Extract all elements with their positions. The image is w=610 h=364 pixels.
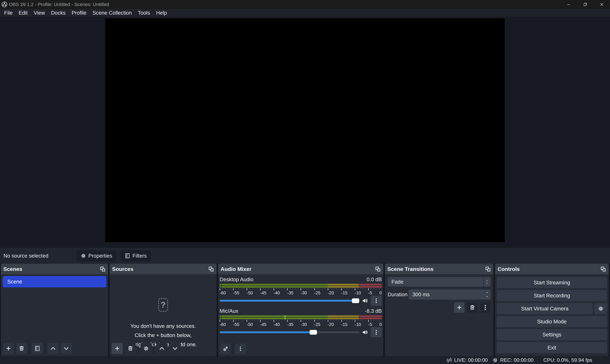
studio-mode-button[interactable]: Studio Mode — [497, 316, 607, 327]
audio-mixer-title: Audio Mixer — [221, 266, 251, 272]
remove-transition-button[interactable] — [467, 302, 478, 313]
db-scale-label: -20 — [328, 291, 334, 295]
db-scale-ticks — [220, 320, 382, 322]
mixer-menu-button[interactable] — [235, 344, 246, 354]
properties-button[interactable]: Properties — [76, 250, 116, 261]
menu-item[interactable]: File — [1, 9, 15, 17]
popout-icon[interactable] — [485, 266, 491, 272]
source-move-up-button[interactable] — [156, 343, 167, 354]
db-scale-label: -10 — [355, 291, 361, 295]
menu-item[interactable]: Docks — [48, 9, 69, 17]
channel-menu-button[interactable] — [371, 296, 382, 306]
scenes-toolbar — [3, 343, 72, 354]
filter-icon — [125, 253, 131, 259]
duration-spinbox[interactable]: 300 ms — [409, 289, 491, 299]
channel-db-value: 0.0 dB — [367, 276, 382, 283]
window-title: OBS 29.1.2 - Profile: Untitled - Scenes:… — [9, 2, 109, 7]
start-recording-button[interactable]: Start Recording — [497, 290, 607, 301]
db-scale-label: -55 — [233, 322, 239, 327]
db-scale-label: -40 — [274, 291, 280, 295]
meter-bar — [220, 315, 382, 317]
chevron-down-icon — [485, 295, 489, 298]
close-button[interactable] — [594, 0, 610, 9]
plus-icon — [456, 304, 462, 311]
db-scale-label: 0 — [379, 291, 382, 295]
audio-mixer-toolbar — [220, 344, 246, 354]
volume-slider-handle[interactable] — [352, 298, 359, 303]
menu-item[interactable]: Edit — [15, 9, 31, 17]
start-streaming-button[interactable]: Start Streaming — [497, 277, 607, 288]
volume-meter — [220, 315, 382, 319]
filters-button[interactable]: Filters — [120, 250, 151, 261]
db-scale-label: -60 — [220, 322, 226, 327]
menu-item[interactable]: View — [31, 9, 48, 17]
volume-slider[interactable] — [220, 300, 359, 302]
controls-panel: Controls Start Streaming Start Recording… — [495, 264, 609, 356]
popout-icon[interactable] — [208, 266, 214, 272]
rec-status: REC: 00:00:00 — [492, 357, 533, 364]
scene-list-item[interactable]: Scene — [2, 276, 106, 287]
transition-menu-button[interactable] — [480, 302, 491, 313]
scene-transitions-panel: Scene Transitions Fade Duration 300 ms — [385, 264, 493, 356]
menu-item[interactable]: Scene Collection — [89, 9, 135, 17]
menu-item[interactable]: Profile — [69, 9, 90, 17]
source-move-down-button[interactable] — [169, 343, 180, 354]
popout-icon[interactable] — [99, 266, 106, 272]
remove-source-button[interactable] — [125, 343, 136, 354]
chevron-up-icon — [485, 279, 489, 282]
db-scale-label: -55 — [233, 291, 239, 295]
advanced-audio-properties-button[interactable] — [220, 344, 231, 354]
chevron-up-icon — [50, 345, 56, 352]
db-scale-label: -45 — [260, 322, 266, 327]
transition-select[interactable]: Fade — [388, 277, 491, 286]
kebab-menu-icon — [373, 298, 379, 304]
db-scale-label: -5 — [368, 291, 372, 295]
plus-icon — [114, 345, 120, 352]
scene-move-up-button[interactable] — [47, 343, 59, 354]
maximize-button[interactable] — [577, 0, 594, 9]
db-scale-label: -30 — [301, 291, 307, 295]
audio-mixer-content: Desktop Audio 0.0 dB — [218, 274, 383, 356]
add-source-button[interactable] — [112, 343, 123, 354]
chevron-up-icon — [159, 345, 165, 352]
db-scale-ticks — [220, 288, 382, 290]
add-transition-button[interactable] — [454, 302, 465, 313]
channel-header: Desktop Audio 0.0 dB — [220, 276, 382, 283]
filters-button-label: Filters — [132, 253, 147, 259]
volume-slider[interactable] — [220, 331, 359, 333]
peak-marker — [284, 315, 286, 317]
scene-transitions-header: Scene Transitions — [385, 264, 493, 274]
close-icon — [599, 2, 604, 7]
menu-item[interactable]: Tools — [135, 9, 153, 17]
minimize-button[interactable] — [560, 0, 577, 9]
source-properties-button[interactable] — [140, 343, 152, 354]
combo-spinner[interactable] — [484, 279, 491, 284]
add-scene-button[interactable] — [3, 343, 14, 354]
virtual-camera-config-button[interactable] — [595, 303, 607, 314]
volume-slider-fill — [220, 331, 315, 333]
db-scale-label: -35 — [287, 291, 293, 295]
menu-item[interactable]: Help — [153, 9, 170, 17]
chevron-down-icon — [63, 345, 69, 352]
toolbar-separator — [138, 344, 139, 353]
channel-name: Desktop Audio — [220, 276, 253, 283]
popout-icon[interactable] — [600, 266, 606, 272]
remove-scene-button[interactable] — [16, 343, 27, 354]
scene-filters-button[interactable] — [32, 343, 43, 354]
start-virtual-camera-button[interactable]: Start Virtual Camera — [497, 303, 593, 314]
settings-button[interactable]: Settings — [497, 329, 607, 340]
speaker-icon[interactable] — [362, 297, 368, 304]
trash-icon — [127, 345, 134, 352]
popout-icon[interactable] — [375, 266, 381, 272]
volume-meter — [220, 284, 382, 288]
broadcast-inactive-icon — [446, 357, 453, 364]
duration-spinner[interactable] — [485, 289, 489, 299]
exit-button[interactable]: Exit — [497, 342, 607, 353]
volume-slider-handle[interactable] — [309, 330, 317, 335]
speaker-icon[interactable] — [362, 329, 368, 336]
scene-move-down-button[interactable] — [61, 343, 72, 354]
source-status-text: No source selected — [3, 253, 48, 259]
channel-menu-button[interactable] — [371, 327, 382, 337]
toolbar-separator — [233, 344, 233, 354]
volume-row — [220, 327, 382, 337]
